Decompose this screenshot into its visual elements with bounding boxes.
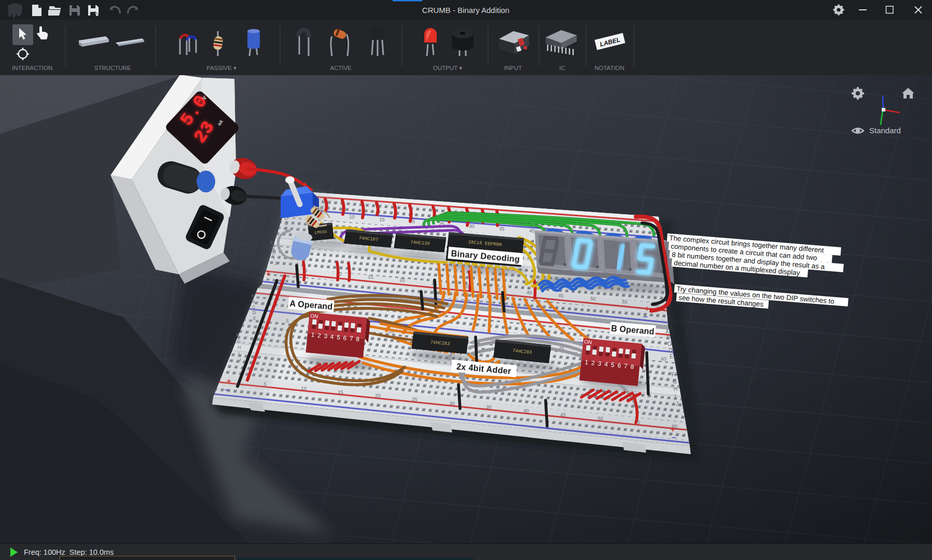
svg-text:−: − — [643, 312, 648, 321]
svg-text:+: + — [645, 304, 649, 313]
svg-text:B: B — [252, 299, 255, 304]
svg-text:B: B — [666, 335, 670, 341]
svg-text:Standard: Standard — [869, 126, 901, 135]
svg-text:60: 60 — [661, 356, 666, 362]
svg-text:15: 15 — [338, 389, 343, 395]
svg-text:CRUMB - Binary Addition: CRUMB - Binary Addition — [422, 6, 509, 15]
svg-text:H: H — [272, 250, 276, 256]
svg-text:C: C — [667, 341, 671, 347]
svg-text:C: C — [252, 304, 256, 310]
svg-text:30: 30 — [469, 223, 475, 229]
svg-text:F: F — [237, 332, 240, 338]
svg-text:G: G — [271, 245, 275, 250]
svg-text:−: − — [265, 277, 270, 286]
svg-text:+: + — [671, 425, 675, 433]
svg-text:35: 35 — [486, 404, 492, 410]
svg-text:5: 5 — [286, 318, 289, 324]
svg-text:D: D — [669, 347, 672, 353]
svg-text:J: J — [676, 401, 678, 407]
svg-text:45: 45 — [560, 412, 566, 418]
svg-text:15: 15 — [379, 216, 385, 222]
svg-text:D: D — [253, 310, 256, 315]
svg-text:IC: IC — [559, 65, 565, 71]
svg-text:25: 25 — [412, 396, 418, 402]
svg-text:Freq: 100Hz Step: 10.0ms: Freq: 100Hz Step: 10.0ms — [24, 548, 114, 556]
svg-text:10: 10 — [349, 214, 355, 220]
svg-text:G: G — [673, 379, 677, 385]
svg-text:30: 30 — [449, 400, 455, 407]
svg-text:E: E — [670, 354, 673, 359]
svg-text:ON: ON — [584, 339, 592, 345]
svg-text:40: 40 — [526, 289, 532, 296]
svg-text:20: 20 — [399, 277, 405, 283]
svg-text:I: I — [238, 351, 240, 356]
svg-text:15: 15 — [368, 274, 373, 280]
svg-text:50: 50 — [590, 296, 596, 302]
svg-text:40: 40 — [529, 228, 535, 234]
svg-text:F: F — [672, 372, 675, 377]
svg-text:+: + — [227, 376, 231, 385]
svg-text:H: H — [238, 345, 241, 350]
svg-text:−: − — [672, 433, 676, 442]
svg-text:A: A — [251, 293, 254, 298]
svg-text:H: H — [674, 386, 677, 392]
svg-text:ACTIVE: ACTIVE — [330, 65, 352, 71]
svg-text:INTERACTION: INTERACTION — [12, 65, 52, 71]
svg-text:45: 45 — [558, 292, 564, 299]
svg-text:D: D — [285, 221, 288, 226]
svg-text:G: G — [237, 339, 241, 344]
svg-text:I: I — [273, 256, 275, 261]
svg-text:J: J — [239, 357, 241, 362]
svg-text:50: 50 — [597, 415, 603, 422]
svg-text:5: 5 — [263, 381, 267, 387]
svg-text:10: 10 — [301, 385, 307, 391]
svg-text:40: 40 — [523, 408, 529, 414]
svg-text:OUTPUT ▾: OUTPUT ▾ — [433, 65, 462, 71]
svg-text:NOTATION: NOTATION — [594, 65, 624, 71]
svg-text:STRUCTURE: STRUCTURE — [94, 65, 131, 71]
svg-text:I: I — [675, 394, 676, 399]
svg-text:20: 20 — [375, 393, 381, 399]
svg-text:A: A — [665, 329, 669, 334]
svg-text:INPUT: INPUT — [504, 65, 522, 71]
svg-text:+: + — [266, 269, 271, 278]
svg-text:J: J — [274, 261, 277, 266]
svg-text:55: 55 — [622, 299, 628, 305]
svg-text:PASSIVE ▾: PASSIVE ▾ — [206, 65, 237, 71]
svg-text:F: F — [270, 240, 273, 245]
svg-text:−: − — [225, 385, 229, 394]
svg-text:35: 35 — [499, 226, 505, 232]
svg-text:E: E — [253, 316, 256, 321]
svg-text:ON: ON — [310, 313, 318, 319]
